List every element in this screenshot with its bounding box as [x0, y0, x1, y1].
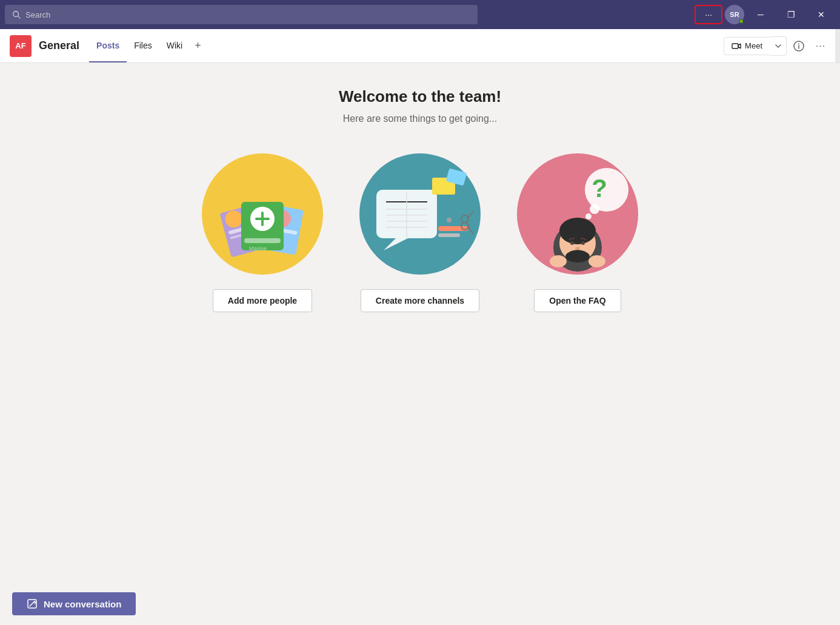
chevron-down-icon [775, 42, 782, 50]
user-avatar-button[interactable]: SR [725, 5, 744, 24]
video-icon [732, 41, 741, 51]
svg-text:Maxine: Maxine [249, 246, 267, 252]
card-create-channels: Create more channels [359, 153, 481, 312]
meet-label: Meet [745, 41, 762, 50]
tab-wiki[interactable]: Wiki [159, 29, 190, 62]
svg-point-5 [798, 43, 799, 44]
search-bar[interactable]: Search [5, 5, 478, 24]
info-icon [793, 41, 804, 52]
channel-name: General [39, 39, 79, 52]
svg-point-50 [585, 213, 592, 219]
svg-point-43 [570, 241, 574, 245]
svg-rect-32 [438, 233, 460, 237]
svg-point-46 [550, 255, 567, 267]
title-bar: Search ··· SR ─ ❐ ✕ [0, 0, 840, 29]
compose-icon [27, 598, 38, 609]
add-tab-button[interactable]: + [190, 29, 206, 62]
svg-point-45 [575, 247, 580, 250]
card-open-faq: ? Open the FAQ [517, 153, 638, 312]
info-button[interactable] [789, 36, 808, 56]
open-faq-button[interactable]: Open the FAQ [534, 289, 621, 312]
online-status-indicator [739, 19, 744, 24]
add-more-people-button[interactable]: Add more people [213, 289, 312, 312]
svg-point-49 [590, 204, 599, 214]
card-add-people: Maxine Add more people [202, 153, 323, 312]
more-options-button[interactable]: ··· [695, 5, 722, 24]
restore-button[interactable]: ❐ [777, 5, 805, 24]
main-content: Welcome to the team! Here are some thing… [0, 63, 840, 583]
tab-files[interactable]: Files [127, 29, 159, 62]
svg-point-47 [588, 255, 605, 267]
channel-header-right: Meet ··· [724, 36, 830, 56]
channel-more-options-button[interactable]: ··· [811, 36, 830, 56]
new-conversation-button[interactable]: New conversation [12, 592, 136, 615]
minimize-button[interactable]: ─ [747, 5, 775, 24]
welcome-title: Welcome to the team! [339, 87, 501, 106]
svg-point-44 [581, 241, 585, 245]
tab-posts[interactable]: Posts [89, 29, 127, 62]
svg-point-42 [565, 250, 590, 262]
close-button[interactable]: ✕ [807, 5, 835, 24]
channel-header: AF General Posts Files Wiki + Meet [0, 29, 840, 63]
svg-point-41 [559, 218, 596, 244]
open-faq-illustration: ? [517, 153, 638, 275]
create-channels-illustration [359, 153, 481, 275]
svg-text:?: ? [592, 174, 607, 202]
meet-button-group: Meet [724, 36, 787, 56]
bottom-bar: New conversation [0, 583, 840, 625]
avatar-initials: SR [730, 11, 739, 18]
svg-rect-2 [732, 44, 738, 48]
welcome-subtitle: Here are some things to get going... [343, 113, 497, 124]
channel-more-label: ··· [816, 41, 825, 52]
channel-icon: AF [10, 35, 32, 57]
channel-tabs: Posts Files Wiki + [89, 29, 206, 62]
search-icon [12, 10, 21, 19]
add-people-illustration: Maxine [202, 153, 323, 275]
scrollbar[interactable] [835, 29, 840, 62]
new-conversation-label: New conversation [44, 599, 121, 609]
search-placeholder: Search [25, 10, 50, 19]
svg-line-1 [18, 16, 21, 19]
svg-rect-18 [244, 238, 281, 243]
create-more-channels-button[interactable]: Create more channels [361, 289, 479, 312]
meet-button[interactable]: Meet [724, 37, 770, 55]
meet-dropdown-button[interactable] [770, 36, 787, 56]
svg-point-33 [447, 218, 452, 222]
title-bar-actions: ··· SR ─ ❐ ✕ [695, 5, 835, 24]
cards-row: Maxine Add more people [202, 153, 638, 312]
